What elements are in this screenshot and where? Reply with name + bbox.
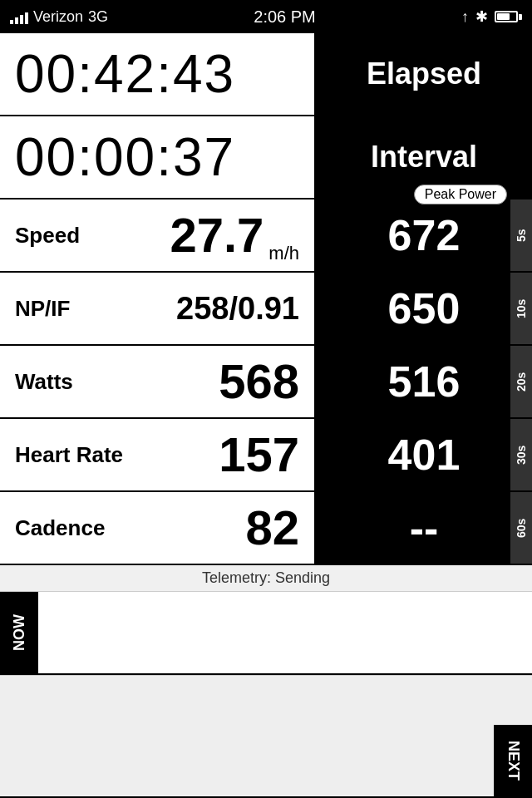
speed-row: Peak Power Speed 27.7 m/h 672 5s [0,200,532,273]
bluetooth-icon: ✱ [475,7,488,26]
heartrate-row: Heart Rate 157 401 30s [0,419,532,492]
status-bar: Verizon 3G 2:06 PM ↑ ✱ [0,0,532,33]
speed-value: 27.7 [170,211,264,259]
now-content [38,592,532,673]
cadence-label: Cadence [15,515,106,541]
speed-left: Speed 27.7 m/h [0,200,316,271]
npif-value: 258/0.91 [176,293,299,324]
battery-icon [495,11,522,22]
npif-peak-value: 650 [388,283,461,333]
npif-peak: 650 10s [316,273,532,344]
watts-peak-value: 516 [388,357,461,406]
now-label: NOW [0,592,38,673]
watts-value: 568 [219,357,299,406]
cadence-peak-value: -- [410,503,439,553]
heartrate-peak-value: 401 [388,430,461,480]
watts-label: Watts [15,369,106,395]
elapsed-value: 00:42:43 [0,33,316,115]
heartrate-peak: 401 30s [316,419,532,490]
network-label: 3G [88,8,108,26]
watts-left: Watts 568 [0,346,316,417]
heartrate-left: Heart Rate 157 [0,419,316,490]
cadence-left: Cadence 82 [0,492,316,564]
interval-value: 00:00:37 [0,116,316,198]
peak-power-badge: Peak Power [414,185,507,204]
next-row[interactable]: NEXT [0,725,532,796]
npif-label: NP/IF [15,296,106,322]
npif-left: NP/IF 258/0.91 [0,273,316,344]
now-row: NOW [0,592,532,675]
speed-unit: m/h [268,243,299,271]
npif-time-label: 10s [510,273,532,344]
telemetry-status: Telemetry: Sending [0,565,532,592]
signal-icon [10,9,28,24]
speed-time-label: 5s [510,200,532,271]
speed-peak-value: 672 [388,210,461,260]
main-content: 00:42:43 Elapsed 00:00:37 Interval Peak … [0,33,532,675]
elapsed-label: Elapsed [316,33,532,115]
bottom-gap [0,675,532,725]
watts-time-label: 20s [510,346,532,417]
cadence-value: 82 [245,504,299,552]
cadence-time-label: 60s [510,492,532,564]
heartrate-time-label: 30s [510,419,532,490]
heartrate-label: Heart Rate [15,442,123,468]
speed-peak: 672 5s [316,200,532,271]
telemetry-text: Telemetry: Sending [202,569,330,587]
watts-peak: 516 20s [316,346,532,417]
speed-label: Speed [15,223,106,249]
carrier-label: Verizon [33,8,83,26]
clock: 2:06 PM [254,7,315,26]
location-icon: ↑ [461,8,469,26]
elapsed-row: 00:42:43 Elapsed [0,33,532,116]
heartrate-value: 157 [219,431,299,479]
cadence-peak: -- 60s [316,492,532,564]
watts-row: Watts 568 516 20s [0,346,532,419]
cadence-row: Cadence 82 -- 60s [0,492,532,565]
next-label[interactable]: NEXT [494,725,532,796]
npif-row: NP/IF 258/0.91 650 10s [0,273,532,346]
